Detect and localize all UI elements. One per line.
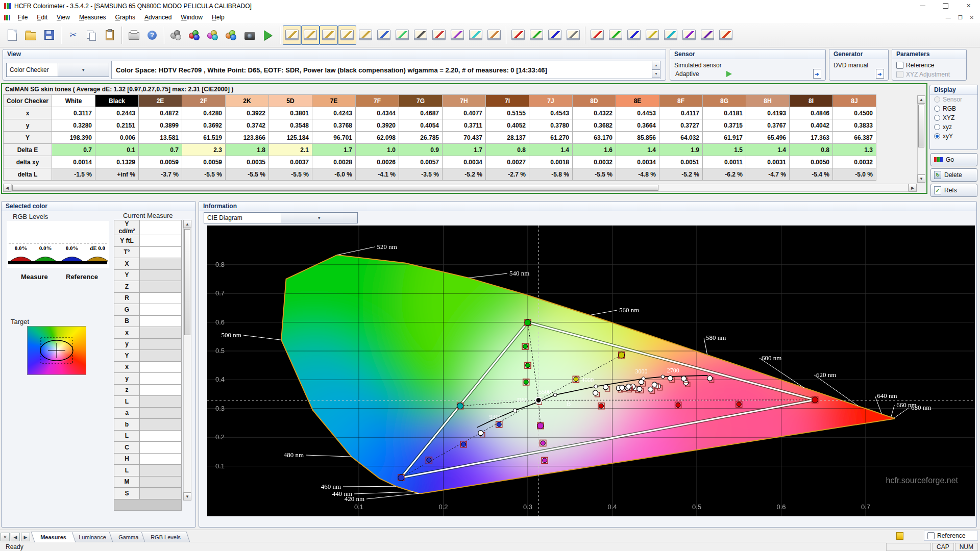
cell-delta-L[interactable]: -4.1 % [356, 168, 399, 181]
column-8J[interactable]: 8J [833, 95, 876, 107]
menu-measures[interactable]: Measures [75, 12, 111, 22]
measure-colorchecker-button[interactable] [222, 26, 240, 45]
cell-x[interactable]: 0.3117 [52, 107, 95, 119]
cell-Delta-E[interactable]: 2.3 [182, 144, 226, 156]
cell-delta-L[interactable]: -4.7 % [746, 168, 790, 181]
cell-y[interactable]: 0.4042 [790, 119, 833, 132]
mdi-minimize-button[interactable]: — [946, 15, 951, 20]
sensor-run-icon[interactable] [726, 71, 732, 77]
cell-delta-xy[interactable]: 0.0028 [312, 156, 356, 168]
cell-x[interactable]: 0.4117 [659, 107, 703, 119]
cell-Delta-E[interactable]: 1.0 [356, 144, 399, 156]
cell-delta-xy[interactable]: 0.1329 [95, 156, 139, 168]
column-8F[interactable]: 8F [659, 95, 703, 107]
view-luminance-button[interactable] [356, 26, 375, 45]
note-icon[interactable] [896, 532, 903, 540]
cell-delta-xy[interactable]: 0.0035 [226, 156, 269, 168]
horizontal-scrollbar[interactable]: ◀ ▶ [3, 184, 917, 192]
cell-delta-L[interactable]: -5.2 % [443, 168, 486, 181]
cell-y[interactable]: 0.3548 [269, 119, 312, 132]
menu-window[interactable]: Window [176, 12, 207, 22]
refs-button[interactable]: ✓ Refs [930, 184, 977, 197]
cm-scroll-down-icon[interactable]: ▼ [183, 492, 191, 500]
cell-Y[interactable]: 66.387 [833, 132, 876, 144]
cell-Y[interactable]: 64.032 [659, 132, 703, 144]
cell-Delta-E[interactable]: 1.4 [746, 144, 790, 156]
column-White[interactable]: White [52, 95, 95, 107]
reference-toggle[interactable]: Reference [924, 531, 978, 541]
cell-Delta-E[interactable]: 1.9 [659, 144, 703, 156]
cell-y[interactable]: 0.4054 [399, 119, 443, 132]
cie-diagram[interactable]: 520 nm540 nm560 nm580 nm600 nm620 nm640 … [207, 226, 975, 516]
column-7G[interactable]: 7G [399, 95, 443, 107]
cell-Delta-E[interactable]: 1.4 [616, 144, 659, 156]
cell-Delta-E[interactable]: 0.7 [139, 144, 182, 156]
current-measure-scrollbar[interactable]: ▲ ▼ [183, 220, 191, 500]
cell-Y[interactable]: 85.856 [616, 132, 659, 144]
cell-x[interactable]: 0.4846 [790, 107, 833, 119]
tab-prev-icon[interactable]: ◀ [11, 533, 20, 541]
cell-y[interactable]: 0.3899 [139, 119, 182, 132]
cell-y[interactable]: 0.3664 [616, 119, 659, 132]
cell-x[interactable]: 0.2443 [95, 107, 139, 119]
cell-x[interactable]: 0.4243 [312, 107, 356, 119]
radio-xyz[interactable]: xyz [930, 122, 977, 132]
tab-measures[interactable]: Measures [31, 532, 76, 542]
cell-Delta-E[interactable]: 0.8 [790, 144, 833, 156]
cell-delta-xy[interactable]: 0.0031 [746, 156, 790, 168]
save-file-button[interactable] [40, 26, 58, 45]
cell-delta-xy[interactable]: 0.0051 [659, 156, 703, 168]
cell-x[interactable]: 0.4181 [703, 107, 746, 119]
cell-delta-xy[interactable]: 0.0037 [269, 156, 312, 168]
cell-y[interactable]: 0.3682 [573, 119, 616, 132]
column-2K[interactable]: 2K [226, 95, 269, 107]
go-button[interactable]: Go [930, 153, 977, 166]
cell-delta-L[interactable]: -5.0 % [833, 168, 876, 181]
view-measures-grid-button[interactable] [467, 26, 485, 45]
cell-Y[interactable]: 62.098 [356, 132, 399, 144]
view-near-black-button[interactable] [411, 26, 430, 45]
cell-delta-L[interactable]: -6.2 % [703, 168, 746, 181]
view-color-temp-button[interactable] [375, 26, 393, 45]
cell-delta-L[interactable]: -4.8 % [616, 168, 659, 181]
column-Black[interactable]: Black [95, 95, 139, 107]
view-free-measures-button[interactable] [485, 26, 503, 45]
tab-close-icon[interactable]: ✕ [1, 533, 10, 541]
cell-delta-xy[interactable]: 0.0034 [616, 156, 659, 168]
column-7F[interactable]: 7F [356, 95, 399, 107]
cell-delta-L[interactable]: -3.5 % [399, 168, 443, 181]
cell-Delta-E[interactable]: 1.5 [703, 144, 746, 156]
about-help-button[interactable]: ? [143, 26, 161, 45]
cell-Delta-E[interactable]: 1.8 [226, 144, 269, 156]
copy-button[interactable] [82, 26, 101, 45]
cell-y[interactable]: 0.3715 [703, 119, 746, 132]
tab-luminance[interactable]: Luminance [69, 532, 115, 542]
column-7H[interactable]: 7H [443, 95, 486, 107]
view-histogram-red-button[interactable] [509, 26, 527, 45]
column-7J[interactable]: 7J [529, 95, 573, 107]
column-7E[interactable]: 7E [312, 95, 356, 107]
cell-delta-xy[interactable]: 0.0026 [356, 156, 399, 168]
cell-x[interactable]: 0.4872 [139, 107, 182, 119]
tab-rgb-levels[interactable]: RGB Levels [141, 532, 190, 542]
menu-graphs[interactable]: Graphs [111, 12, 140, 22]
delete-button[interactable]: ↻ Delete [930, 168, 977, 182]
column-8E[interactable]: 8E [616, 95, 659, 107]
information-view-selector[interactable]: CIE Diagram ▼ [204, 212, 358, 223]
cell-x[interactable]: 0.4500 [833, 107, 876, 119]
view-selector[interactable]: Color Checker ▼ [6, 63, 109, 77]
info-spinner[interactable]: ▲▼ [652, 61, 660, 78]
mdi-restore-button[interactable]: ❐ [958, 15, 963, 20]
view-histogram-blue-button[interactable] [546, 26, 564, 45]
cell-Y[interactable]: 28.137 [486, 132, 529, 144]
column-7I[interactable]: 7I [486, 95, 529, 107]
column-5D[interactable]: 5D [269, 95, 312, 107]
cell-Delta-E[interactable]: 1.6 [573, 144, 616, 156]
cell-delta-L[interactable]: -5.4 % [790, 168, 833, 181]
cell-y[interactable]: 0.3780 [529, 119, 573, 132]
cell-y[interactable]: 0.3768 [312, 119, 356, 132]
cell-delta-L[interactable]: -5.8 % [529, 168, 573, 181]
reference-checkbox-box[interactable] [927, 532, 935, 539]
checkbox-reference[interactable]: Reference [892, 61, 966, 70]
menu-file[interactable]: File [13, 12, 32, 22]
